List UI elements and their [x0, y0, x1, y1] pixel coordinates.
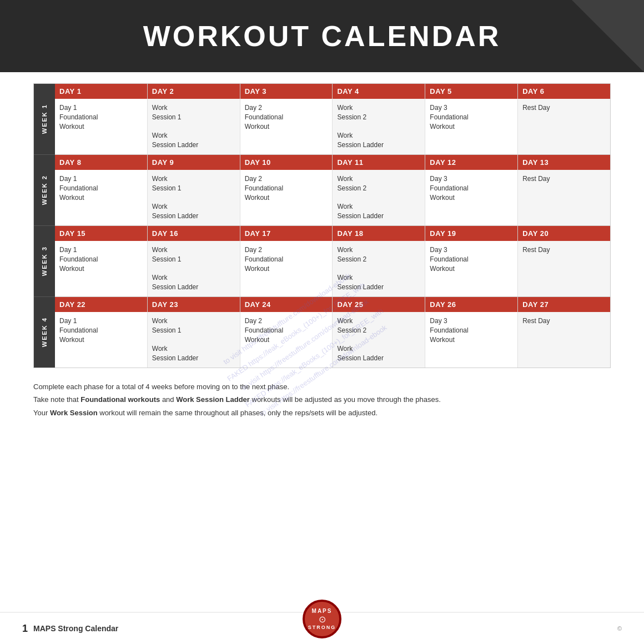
day-headers-week-2: DAY 8DAY 9DAY 10DAY 11DAY 12DAY 13: [55, 155, 610, 170]
bottom-left: 1 MAPS Strong Calendar: [22, 623, 118, 635]
day-cell-w3-d5: Day 3FoundationalWorkout: [425, 241, 518, 296]
main-content: WEEK 1 WEEK 2 WEEK 3 WEEK 4 DAY 1DAY 2DA…: [0, 72, 644, 430]
day-header-w2-d4: DAY 11: [333, 155, 425, 170]
day-cell-w4-d4: WorkSession 2WorkSession Ladder: [333, 312, 425, 368]
day-header-w4-d4: DAY 25: [333, 297, 425, 312]
day-header-w3-d3: DAY 17: [240, 226, 333, 241]
week-row-2: DAY 8DAY 9DAY 10DAY 11DAY 12DAY 13Day 1F…: [55, 155, 610, 226]
day-cell-w2-d2: WorkSession 1WorkSession Ladder: [148, 170, 240, 225]
footer-text: Complete each phase for a total of 4 wee…: [33, 380, 611, 419]
week-label-1: WEEK 1: [34, 84, 55, 155]
day-header-w4-d5: DAY 26: [425, 297, 518, 312]
day-content-week-3: Day 1FoundationalWorkoutWorkSession 1Wor…: [55, 241, 610, 296]
day-content-week-4: Day 1FoundationalWorkoutWorkSession 1Wor…: [55, 312, 610, 368]
day-header-w4-d3: DAY 24: [240, 297, 333, 312]
day-header-w4-d2: DAY 23: [148, 297, 240, 312]
footer-line-3: Your Work Session workout will remain th…: [33, 406, 611, 419]
workout-calendar: WEEK 1 WEEK 2 WEEK 3 WEEK 4 DAY 1DAY 2DA…: [33, 83, 611, 368]
day-header-w2-d5: DAY 12: [425, 155, 518, 170]
day-header-w4-d1: DAY 22: [55, 297, 148, 312]
week-row-4: DAY 22DAY 23DAY 24DAY 25DAY 26DAY 27Day …: [55, 297, 610, 368]
day-content-week-2: Day 1FoundationalWorkoutWorkSession 1Wor…: [55, 170, 610, 225]
day-header-w1-d2: DAY 2: [148, 84, 240, 99]
day-header-w2-d6: DAY 13: [518, 155, 610, 170]
footer-line-1: Complete each phase for a total of 4 wee…: [33, 380, 611, 393]
day-header-w3-d1: DAY 15: [55, 226, 148, 241]
day-header-w3-d2: DAY 16: [148, 226, 240, 241]
day-cell-w4-d3: Day 2FoundationalWorkout: [240, 312, 333, 368]
day-cell-w2-d1: Day 1FoundationalWorkout: [55, 170, 148, 225]
day-cell-w4-d5: Day 3FoundationalWorkout: [425, 312, 518, 368]
day-header-w3-d4: DAY 18: [333, 226, 425, 241]
brand-text: MAPS Strong Calendar: [33, 624, 118, 633]
day-header-w3-d5: DAY 19: [425, 226, 518, 241]
day-cell-w1-d6: Rest Day: [518, 99, 610, 154]
day-cell-w2-d5: Day 3FoundationalWorkout: [425, 170, 518, 225]
copyright: ©: [617, 625, 622, 632]
day-header-w1-d3: DAY 3: [240, 84, 333, 99]
header-triangle-decoration: [572, 0, 644, 72]
day-header-w2-d1: DAY 8: [55, 155, 148, 170]
day-header-w1-d5: DAY 5: [425, 84, 518, 99]
day-cell-w3-d3: Day 2FoundationalWorkout: [240, 241, 333, 296]
day-header-w1-d6: DAY 6: [518, 84, 610, 99]
day-headers-week-1: DAY 1DAY 2DAY 3DAY 4DAY 5DAY 6: [55, 84, 610, 99]
week-labels-column: WEEK 1 WEEK 2 WEEK 3 WEEK 4: [34, 84, 55, 368]
day-cell-w3-d4: WorkSession 2WorkSession Ladder: [333, 241, 425, 296]
week-row-1: DAY 1DAY 2DAY 3DAY 4DAY 5DAY 6Day 1Found…: [55, 84, 610, 155]
grid-body: DAY 1DAY 2DAY 3DAY 4DAY 5DAY 6Day 1Found…: [55, 84, 610, 368]
bottom-bar: 1 MAPS Strong Calendar MAPS ⊙ STRONG ©: [0, 612, 644, 644]
page-title: WORKOUT CALENDAR: [143, 19, 501, 53]
day-cell-w1-d3: Day 2FoundationalWorkout: [240, 99, 333, 154]
day-header-w2-d2: DAY 9: [148, 155, 240, 170]
day-content-week-1: Day 1FoundationalWorkoutWorkSession 1Wor…: [55, 99, 610, 154]
day-cell-w4-d2: WorkSession 1WorkSession Ladder: [148, 312, 240, 368]
day-cell-w1-d2: WorkSession 1WorkSession Ladder: [148, 99, 240, 154]
week-label-3: WEEK 3: [34, 226, 55, 297]
week-row-3: DAY 15DAY 16DAY 17DAY 18DAY 19DAY 20Day …: [55, 226, 610, 297]
day-cell-w3-d6: Rest Day: [518, 241, 610, 296]
day-cell-w1-d1: Day 1FoundationalWorkout: [55, 99, 148, 154]
day-header-w3-d6: DAY 20: [518, 226, 610, 241]
day-cell-w1-d5: Day 3FoundationalWorkout: [425, 99, 518, 154]
footer-line-2: Take note that Foundational workouts and…: [33, 393, 611, 406]
day-headers-week-4: DAY 22DAY 23DAY 24DAY 25DAY 26DAY 27: [55, 297, 610, 312]
day-header-w4-d6: DAY 27: [518, 297, 610, 312]
day-headers-week-3: DAY 15DAY 16DAY 17DAY 18DAY 19DAY 20: [55, 226, 610, 241]
week-label-2: WEEK 2: [34, 155, 55, 226]
day-cell-w3-d2: WorkSession 1WorkSession Ladder: [148, 241, 240, 296]
day-cell-w4-d1: Day 1FoundationalWorkout: [55, 312, 148, 368]
day-header-w2-d3: DAY 10: [240, 155, 333, 170]
day-header-w1-d1: DAY 1: [55, 84, 148, 99]
maps-strong-logo: MAPS ⊙ STRONG: [303, 600, 341, 638]
day-header-w1-d4: DAY 4: [333, 84, 425, 99]
day-cell-w3-d1: Day 1FoundationalWorkout: [55, 241, 148, 296]
day-cell-w2-d4: WorkSession 2WorkSession Ladder: [333, 170, 425, 225]
week-label-4: WEEK 4: [34, 297, 55, 368]
day-cell-w2-d3: Day 2FoundationalWorkout: [240, 170, 333, 225]
page-header: WORKOUT CALENDAR: [0, 0, 644, 72]
day-cell-w1-d4: WorkSession 2WorkSession Ladder: [333, 99, 425, 154]
day-cell-w2-d6: Rest Day: [518, 170, 610, 225]
page-number: 1: [22, 623, 28, 635]
day-cell-w4-d6: Rest Day: [518, 312, 610, 368]
